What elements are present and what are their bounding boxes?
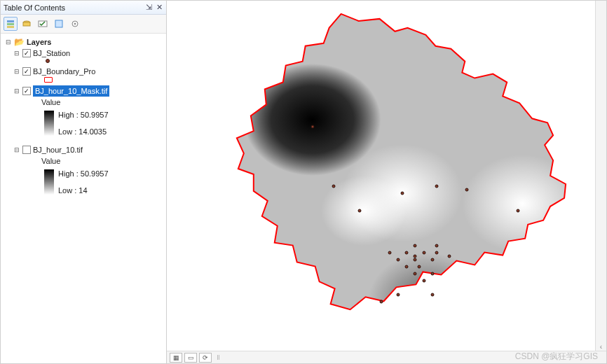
svg-rect-6: [55, 20, 62, 27]
color-ramp: [44, 111, 54, 136]
layer-label: BJ_Station: [33, 48, 70, 59]
value-label: Value: [41, 97, 60, 108]
minus-icon[interactable]: ⊟: [13, 50, 20, 57]
station-point: [435, 244, 438, 248]
btn-selection[interactable]: [52, 17, 66, 31]
point-symbol: [46, 59, 50, 63]
toc-panel: Table Of Contents ⇲ ✕: [1, 1, 167, 363]
high-label: High : 50.9957: [58, 109, 109, 120]
value-label-row: Value: [5, 155, 165, 167]
minus-icon[interactable]: ⊟: [13, 68, 20, 75]
minus-icon[interactable]: ⊟: [13, 88, 20, 94]
close-icon[interactable]: ✕: [155, 4, 163, 12]
layer-label: BJ_Boundary_Pro: [33, 66, 95, 77]
btn-options[interactable]: [68, 17, 82, 31]
pin-icon[interactable]: ⇲: [144, 4, 153, 12]
low-label: Low : 14: [58, 185, 109, 196]
scroll-arrow-icon[interactable]: ‹: [600, 343, 602, 351]
map-vscroll[interactable]: ‹: [595, 1, 606, 351]
station-point: [448, 255, 451, 258]
station-point: [414, 244, 417, 248]
station-point: [405, 251, 409, 255]
station-point: [435, 185, 438, 188]
map-canvas[interactable]: [167, 1, 595, 351]
svg-rect-1: [7, 23, 14, 25]
station-point: [422, 251, 425, 255]
layer-label: BJ_hour_10.tif: [33, 144, 83, 155]
checkbox[interactable]: [22, 146, 31, 154]
layer-row-boundary[interactable]: ⊟ BJ_Boundary_Pro: [5, 66, 165, 77]
station-point: [396, 258, 400, 262]
station-point: [430, 258, 434, 262]
high-label: High : 50.9957: [58, 168, 109, 179]
ramp-row-hour10: High : 50.9957 Low : 14: [5, 168, 165, 196]
station-point: [414, 272, 417, 276]
station-point: [357, 209, 361, 213]
tab-layout-view[interactable]: ▭: [184, 353, 197, 363]
checkbox[interactable]: [22, 67, 31, 76]
layer-row-hour10[interactable]: ⊟ BJ_hour_10.tif: [5, 144, 165, 155]
svg-point-8: [74, 23, 76, 24]
btn-source[interactable]: [20, 17, 34, 31]
app-root: Table Of Contents ⇲ ✕: [0, 0, 607, 364]
station-point: [430, 293, 434, 297]
svg-rect-2: [7, 26, 14, 28]
toc-titlebar[interactable]: Table Of Contents ⇲ ✕: [1, 1, 166, 15]
map-area: ‹ ▦ ▭ ⟳ Ⅱ CSDN @疯狂学习GIS: [167, 1, 606, 363]
station-point: [422, 279, 425, 283]
layer-label-selected: BJ_hour_10_Mask.tif: [33, 85, 109, 97]
station-point: [435, 251, 438, 255]
station-point: [405, 265, 409, 269]
low-label: Low : 14.0035: [58, 126, 109, 137]
layer-row-mask[interactable]: ⊟ BJ_hour_10_Mask.tif: [5, 85, 165, 97]
polygon-outline-symbol: [44, 77, 53, 83]
map-view-tabs: ▦ ▭ ⟳ Ⅱ: [167, 351, 606, 363]
svg-rect-0: [7, 20, 14, 22]
checkbox[interactable]: [22, 49, 31, 57]
station-point: [418, 265, 421, 269]
toc-root[interactable]: ⊟ 📂 Layers: [5, 36, 165, 48]
station-point: [430, 272, 434, 276]
svg-rect-4: [23, 22, 30, 26]
value-label: Value: [41, 155, 60, 167]
tab-data-view[interactable]: ▦: [170, 353, 182, 363]
layer-row-station[interactable]: ⊟ BJ_Station: [5, 48, 165, 59]
station-point: [401, 192, 404, 195]
svg-rect-14: [167, 1, 595, 351]
toc-toolbar: [1, 15, 166, 34]
minus-icon[interactable]: ⊟: [13, 146, 20, 153]
layers-icon: 📂: [14, 36, 25, 48]
station-point: [465, 188, 468, 192]
value-label-row: Value: [5, 97, 165, 108]
color-ramp: [44, 169, 54, 195]
station-point: [396, 293, 400, 297]
btn-drawing-order[interactable]: [4, 17, 18, 31]
checkbox[interactable]: [22, 87, 31, 95]
map-svg: [167, 1, 595, 351]
boundary-symbol-row: [5, 77, 165, 83]
toc-root-label: Layers: [27, 36, 51, 48]
minus-icon[interactable]: ⊟: [5, 38, 12, 46]
toc-title-label: Table Of Contents: [4, 4, 65, 12]
station-symbol-row: [5, 59, 165, 63]
toc-tree[interactable]: ⊟ 📂 Layers ⊟ BJ_Station ⊟ BJ_Boundary_Pr…: [1, 34, 166, 363]
station-point: [414, 258, 417, 262]
pause-icon: Ⅱ: [217, 354, 220, 361]
station-point: [311, 125, 314, 129]
station-point: [332, 185, 336, 188]
station-point: [388, 251, 391, 255]
station-point: [414, 255, 417, 258]
station-point: [379, 300, 383, 304]
tab-refresh[interactable]: ⟳: [199, 353, 212, 363]
ramp-row-mask: High : 50.9957 Low : 14.0035: [5, 109, 165, 137]
station-point: [517, 209, 520, 213]
btn-visibility[interactable]: [36, 17, 50, 31]
